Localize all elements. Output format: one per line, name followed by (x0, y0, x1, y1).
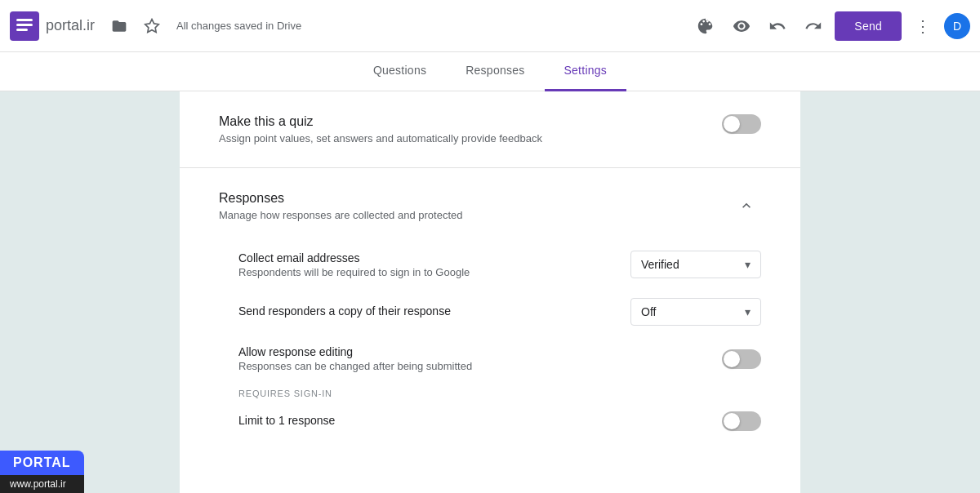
send-copy-text: Send responders a copy of their response (238, 304, 451, 319)
quiz-toggle[interactable] (722, 114, 761, 134)
responses-section-title: Responses (219, 191, 462, 206)
send-copy-value: Off (641, 305, 656, 318)
limit-response-label: Limit to 1 response (238, 414, 335, 427)
collect-email-dropdown[interactable]: Verified ▾ (630, 251, 761, 278)
app-name: portal.ir (46, 17, 95, 34)
main-layout: Make this a quiz Assign point values, se… (0, 91, 980, 493)
svg-marker-4 (145, 19, 159, 32)
send-copy-label: Send responders a copy of their response (238, 304, 451, 318)
svg-rect-2 (16, 24, 33, 26)
tab-settings[interactable]: Settings (545, 52, 627, 91)
limit-response-row: Limit to 1 response (238, 402, 761, 441)
portal-watermark: PORTAL www.portal.ir (0, 451, 84, 493)
sidebar-left (0, 91, 180, 493)
avatar[interactable]: D (944, 13, 970, 39)
allow-editing-sub: Responses can be changed after being sub… (238, 360, 472, 372)
limit-response-toggle[interactable] (722, 411, 761, 431)
collect-email-value: Verified (641, 258, 679, 271)
collect-email-sub: Respondents will be required to sign in … (238, 266, 470, 278)
collect-email-row: Collect email addresses Respondents will… (238, 241, 761, 288)
send-copy-row: Send responders a copy of their response… (238, 288, 761, 335)
tabs-nav: Questions Responses Settings (0, 52, 980, 91)
collect-email-text: Collect email addresses Respondents will… (238, 251, 470, 278)
svg-rect-3 (16, 29, 28, 31)
preview-icon[interactable] (727, 11, 756, 41)
quiz-section-header: Make this a quiz Assign point values, se… (219, 114, 761, 144)
header-right: Send ⋮ D (691, 11, 970, 41)
header-file-icons (105, 11, 167, 41)
collect-email-label: Collect email addresses (238, 251, 470, 264)
allow-editing-label: Allow response editing (238, 345, 472, 358)
send-button[interactable]: Send (835, 11, 902, 41)
responses-section-desc: Manage how responses are collected and p… (219, 209, 462, 221)
sidebar-right (800, 91, 980, 493)
responses-section: Responses Manage how responses are colle… (180, 168, 800, 464)
quiz-section-desc: Assign point values, set answers and aut… (219, 132, 542, 144)
svg-rect-1 (16, 19, 33, 21)
responses-section-header: Responses Manage how responses are colle… (219, 191, 761, 221)
limit-response-text: Limit to 1 response (238, 414, 335, 429)
allow-editing-row: Allow response editing Responses can be … (238, 335, 761, 382)
responses-collapse-button[interactable] (732, 191, 761, 220)
app-icon (10, 11, 39, 41)
saved-text: All changes saved in Drive (176, 20, 301, 32)
redo-icon[interactable] (799, 11, 828, 41)
app-header: portal.ir All changes saved in Drive Sen… (0, 0, 980, 52)
quiz-section-title: Make this a quiz (219, 114, 542, 129)
content-area: Make this a quiz Assign point values, se… (180, 91, 800, 493)
allow-editing-text: Allow response editing Responses can be … (238, 345, 472, 372)
folder-icon[interactable] (105, 11, 134, 41)
star-icon[interactable] (137, 11, 167, 41)
palette-icon[interactable] (691, 11, 720, 41)
portal-url: www.portal.ir (0, 475, 84, 493)
tab-questions[interactable]: Questions (354, 52, 446, 91)
tab-responses[interactable]: Responses (446, 52, 544, 91)
allow-editing-toggle[interactable] (722, 349, 761, 369)
send-copy-dropdown[interactable]: Off ▾ (630, 298, 761, 326)
portal-label: PORTAL (0, 451, 84, 475)
undo-icon[interactable] (763, 11, 792, 41)
dropdown-arrow-icon: ▾ (745, 258, 751, 271)
quiz-section: Make this a quiz Assign point values, se… (180, 91, 800, 168)
dropdown-arrow-icon-2: ▾ (745, 305, 751, 318)
quiz-section-text: Make this a quiz Assign point values, se… (219, 114, 542, 144)
more-options-button[interactable]: ⋮ (908, 11, 938, 41)
responses-section-text: Responses Manage how responses are colle… (219, 191, 462, 221)
requires-signin-label: REQUIRES SIGN-IN (238, 389, 761, 398)
